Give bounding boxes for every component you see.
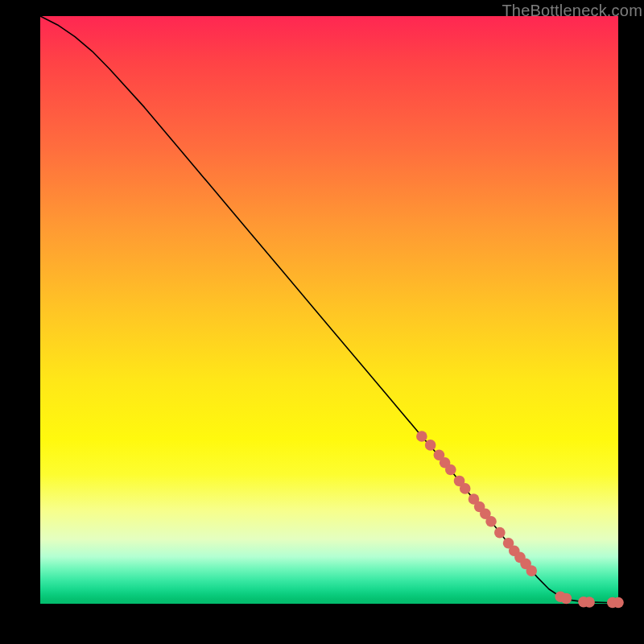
marker-point	[416, 431, 427, 442]
plot-area: TheBottleneck.com	[40, 16, 618, 604]
marker-point	[445, 464, 456, 476]
marker-point	[526, 565, 538, 576]
chart-svg	[40, 16, 618, 604]
bottleneck-curve	[40, 16, 618, 603]
marker-point	[584, 597, 595, 608]
marker-point	[561, 593, 572, 605]
marker-point	[613, 597, 624, 609]
marker-point	[494, 527, 506, 539]
marker-point	[485, 516, 497, 527]
highlight-markers	[416, 431, 624, 608]
marker-point	[425, 440, 436, 451]
marker-point	[460, 483, 471, 494]
chart-frame: TheBottleneck.com	[0, 0, 644, 644]
